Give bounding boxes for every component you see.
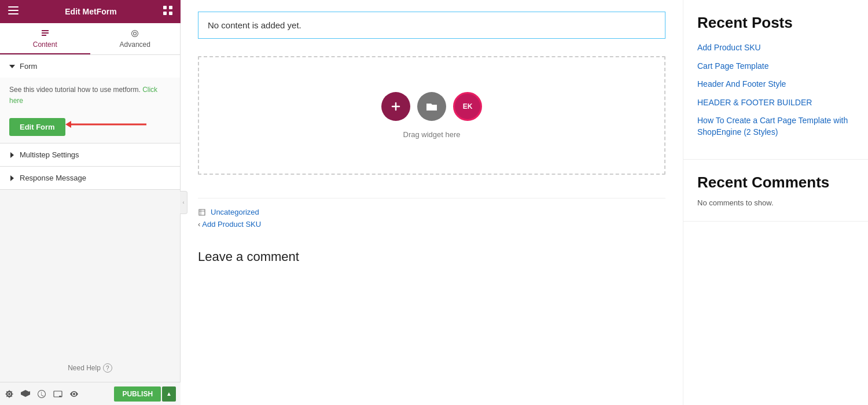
toolbar-icons — [5, 389, 79, 399]
top-bar: Edit MetForm — [0, 0, 181, 23]
bottom-toolbar: PUBLISH ▲ — [0, 382, 181, 405]
history-icon[interactable] — [37, 389, 46, 399]
category-link[interactable]: Uncategorized — [211, 208, 259, 216]
sidebar-content: Form See this video tutorial how to use … — [0, 55, 180, 405]
recent-post-2[interactable]: Header And Footer Style — [697, 79, 854, 90]
accordion-multistep-header[interactable]: Multistep Settings — [0, 143, 180, 166]
no-content-notice: No content is added yet. — [198, 12, 665, 39]
recent-post-0[interactable]: Add Product SKU — [697, 42, 854, 54]
svg-rect-6 — [169, 12, 172, 15]
responsive-icon[interactable] — [53, 389, 62, 399]
recent-post-1[interactable]: Cart Page Template — [697, 61, 854, 72]
folder-widget-button[interactable] — [417, 92, 446, 121]
no-comments-text: No comments to show. — [697, 198, 854, 207]
widget-icon-group: EK — [381, 92, 482, 121]
topbar-title: Edit MetForm — [65, 7, 116, 16]
accordion-multistep: Multistep Settings — [0, 143, 180, 167]
red-arrow-icon — [65, 119, 149, 130]
prev-post-link-container: ‹ Add Product SKU — [198, 220, 665, 229]
svg-rect-4 — [169, 6, 172, 9]
widget-drop-zone[interactable]: EK Drag widget here — [198, 56, 665, 175]
right-sidebar: Recent Posts Add Product SKU Cart Page T… — [683, 0, 868, 405]
svg-rect-3 — [163, 6, 167, 9]
accordion-response: Response Message — [0, 167, 180, 190]
recent-comments-title: Recent Comments — [697, 174, 854, 192]
add-widget-button[interactable] — [381, 92, 410, 121]
sidebar-tabs: Content Advanced — [0, 23, 180, 55]
svg-rect-5 — [163, 12, 167, 15]
svg-rect-2 — [8, 13, 19, 14]
settings-icon[interactable] — [5, 389, 14, 399]
publish-dropdown-button[interactable]: ▲ — [162, 386, 176, 402]
drag-widget-text: Drag widget here — [403, 130, 461, 139]
ek-widget-button[interactable]: EK — [453, 92, 482, 121]
prev-post-link[interactable]: Add Product SKU — [202, 220, 261, 229]
svg-marker-8 — [65, 121, 71, 128]
recent-posts-section: Recent Posts Add Product SKU Cart Page T… — [683, 0, 868, 160]
edit-form-button[interactable]: Edit Form — [9, 118, 65, 136]
left-sidebar: Edit MetForm Content Advanced — [0, 0, 181, 405]
grid-icon[interactable] — [163, 6, 172, 17]
recent-post-3[interactable]: HEADER & FOOTER BUILDER — [697, 97, 854, 109]
publish-group: PUBLISH ▲ — [114, 386, 176, 402]
svg-rect-10 — [59, 396, 61, 397]
collapse-handle[interactable]: ‹ — [180, 191, 187, 214]
leave-comment-section: Leave a comment — [198, 238, 665, 282]
leave-comment-title: Leave a comment — [198, 249, 665, 264]
layers-icon[interactable] — [21, 389, 30, 399]
hamburger-icon[interactable] — [8, 6, 19, 17]
publish-button[interactable]: PUBLISH — [114, 386, 161, 402]
svg-rect-1 — [8, 10, 19, 11]
recent-post-4[interactable]: How To Create a Cart Page Template with … — [697, 115, 854, 138]
accordion-form-body: See this video tutorial how to use metfo… — [0, 78, 180, 143]
post-category: Uncategorized — [198, 208, 665, 216]
help-icon: ? — [103, 363, 112, 373]
accordion-form-header[interactable]: Form — [0, 55, 180, 78]
accordion-form: Form See this video tutorial how to use … — [0, 55, 180, 143]
recent-posts-title: Recent Posts — [697, 14, 854, 32]
main-content: No content is added yet. EK Drag widget … — [181, 0, 683, 405]
preview-icon[interactable] — [69, 389, 79, 399]
need-help[interactable]: Need Help ? — [0, 363, 180, 373]
recent-comments-section: Recent Comments No comments to show. — [683, 160, 868, 222]
svg-rect-0 — [8, 6, 19, 8]
post-footer: Uncategorized ‹ Add Product SKU — [198, 198, 665, 238]
accordion-response-header[interactable]: Response Message — [0, 167, 180, 189]
tab-advanced[interactable]: Advanced — [90, 23, 181, 54]
tab-content[interactable]: Content — [0, 23, 90, 54]
